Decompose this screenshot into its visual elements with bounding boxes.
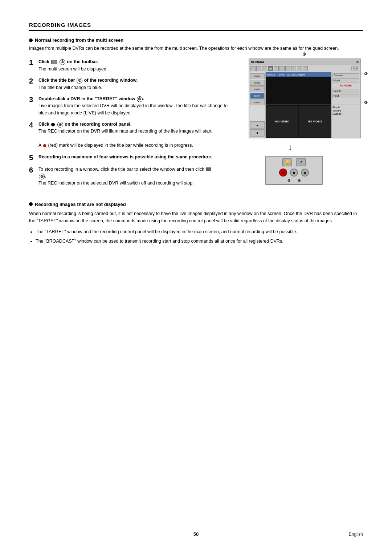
dvr-body: DVR1 DVR2 DVR3 DVR4 DVR5 ▶ ⏹ [249,72,360,138]
dvr-sidebar: DVR1 DVR2 DVR3 DVR4 DVR5 ▶ ⏹ [249,72,266,138]
dvr-panel-live: TARGET LIVE MULTISCREEN [266,72,331,105]
step-2-sub: The title bar will change to blue. [38,85,102,90]
dvr-screen: NORMAL ✕ ▦ [249,58,361,138]
step-5: 5 Recording in a maximum of four windows… [29,154,236,162]
language-label: English [349,532,363,537]
step-1-number: 1 [29,58,36,66]
tb-btn-2 [256,66,261,71]
step-1-content: Click ① on the toolbar. The multi screen… [38,58,107,73]
step-6-sub: The REC indicator on the selected DVR wi… [38,181,194,186]
circled-1: ① [60,59,65,65]
step-6-number: 6 [29,166,36,174]
no-video-label: NO VIDEO [332,84,359,87]
circled-3: ③ [137,96,143,102]
cp-top-row: 🔑 ↗ [282,158,306,166]
bullet-circle-icon [29,39,33,42]
toolbar-icon [51,60,57,64]
br-label2: Volume [332,109,359,112]
bullet-item-2: The "BROADCAST" window can be used to tr… [36,238,363,245]
cp-bottom-row: ● ■ ◉ [279,169,309,177]
step-3: 3 Double-click a DVR in the "TARGET" win… [29,96,236,117]
stop-icon [206,167,211,171]
bullet-list: The "TARGET" window and the recording co… [36,228,363,245]
cp-btn-stop[interactable]: ■ [290,169,298,177]
step-2-content: Click the title bar ② of the recording w… [38,77,138,91]
annotation-1: ① [302,52,306,57]
br-label3: Capture [332,113,359,115]
cp-btn-rec[interactable]: ● [279,169,287,177]
sidebar-item-3: DVR3 [250,86,265,92]
step-4-content: Click ④ on the recording control panel. … [38,121,213,149]
down-arrow-icon: ↓ [288,142,293,152]
section-title: RECORDING IMAGES [29,22,363,31]
dvr-titlebar: NORMAL ✕ [249,59,360,65]
dvr-close-btn: ✕ [356,60,359,64]
tb-btn-multi: ▦ [268,66,273,71]
steps-column: 1 Click ① on the toolbar. The multi scre… [29,58,236,190]
dvr-main-top: TARGET LIVE MULTISCREEN Camera Mode NO V… [266,72,360,105]
page-footer: 50 [0,531,392,537]
dvr-main-bottom: NO VIDEO NO VIDEO Simple Volume Cap [266,105,360,138]
step-4-sub1: The REC indicator on the DVR will illumi… [38,129,213,134]
step-6-title: To stop recording in a window, click the… [38,167,212,179]
step-4-sub2: A (red) mark will be displayed in the ti… [38,143,193,148]
dvr-toolbar: ▦ 1/16 [249,65,360,72]
tb-btn-5 [279,66,285,71]
step-1: 1 Click ① on the toolbar. The multi scre… [29,58,236,73]
step-5-number: 5 [29,154,36,162]
step-5-title: Recording in a maximum of four windows i… [38,154,212,159]
annotation-3: ③ [364,100,368,105]
step-1-title: Click ① on the toolbar. [38,59,98,64]
step-3-number: 3 [29,96,36,104]
step-3-content: Double-click a DVR in the "TARGET" windo… [38,96,236,117]
dvr-illustration-wrapper: ① NORMAL ✕ ▦ [249,58,361,138]
dvr-title-text: NORMAL [251,60,265,64]
step-4-number: 4 [29,121,36,129]
tb-btn-4 [274,66,279,71]
tb-right-info: 1/16 [351,66,359,70]
tb-btn-8 [297,66,302,71]
cp-labels: ⑤ ④ [287,179,301,182]
dvr-panel-br: Simple Volume Capture [331,105,360,138]
step-2-title: Click the title bar ② of the recording w… [38,78,138,83]
step-6-content: To stop recording in a window, click the… [38,166,212,187]
image-column: ① NORMAL ✕ ▦ [247,58,363,185]
bullet-item-1: The "TARGET" window and the recording co… [36,228,363,235]
dvr-panel-bl: NO VIDEO NO VIDEO [266,105,331,138]
step-1-sub: The multi screen will be displayed. [38,66,107,72]
record-icon [51,123,55,126]
content-area: 1 Click ① on the toolbar. The multi scre… [29,58,363,190]
no-video-2: NO VIDEO [308,120,322,123]
cp-key-icon: 🔑 [282,158,292,166]
no-video-1: NO VIDEO [275,120,289,123]
cp-btn-3[interactable]: ◉ [301,169,309,177]
step-3-title: Double-click a DVR in the "TARGET" windo… [38,96,144,101]
step-4-title: Click ④ on the recording control panel. [38,122,131,127]
intro-text: Images from multiple DVRs can be recorde… [29,45,363,52]
recording-not-displayed-intro: When normal recording is being carried o… [29,210,363,224]
step-2-number: 2 [29,77,36,85]
tb-btn-3 [262,66,267,71]
normal-recording-heading: Normal recording from the multi screen [29,37,363,43]
info-box-3: Select [332,89,359,93]
tb-btn-1 [250,66,256,71]
label-4: ④ [298,179,301,182]
dvr-panel-tr: Camera Mode NO VIDEO Select Print [331,72,360,105]
recording-not-displayed-heading: Recording images that are not displayed [29,202,363,207]
circled-5: ⑤ [39,174,45,179]
dvr-main-area: TARGET LIVE MULTISCREEN Camera Mode NO V… [266,72,360,138]
sidebar-ctrl: ▶ [250,121,265,129]
bullet-circle-2-icon [29,202,33,206]
control-panel: 🔑 ↗ ● ■ ◉ ⑤ ④ [265,156,323,185]
page-number: 50 [193,531,199,537]
step-3-sub: Live images from the selected DVR will b… [38,103,228,115]
circled-4: ④ [57,122,63,127]
cp-arrow-icon: ↗ [296,158,306,166]
sidebar-item-4: DVR4 [250,93,265,99]
annotation-2: ② [364,72,368,76]
sidebar-item-5: DVR5 [250,100,265,105]
circled-2: ② [77,78,82,84]
sidebar-item-1: DVR1 [250,73,265,79]
window-titlebar-blue: TARGET LIVE MULTISCREEN [266,72,331,77]
tb-btn-6 [285,66,290,71]
